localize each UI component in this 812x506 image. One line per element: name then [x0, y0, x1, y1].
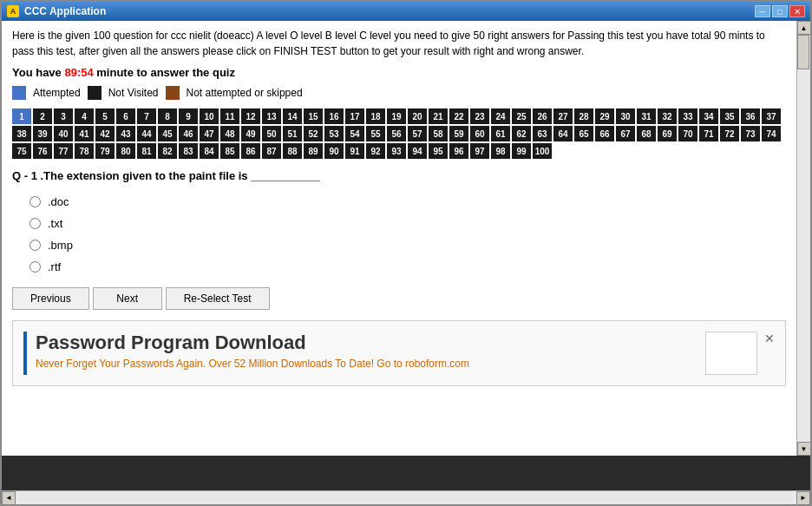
question-number-67[interactable]: 67 — [616, 126, 635, 141]
question-number-72[interactable]: 72 — [720, 126, 739, 141]
close-button[interactable]: ✕ — [789, 5, 805, 17]
question-number-29[interactable]: 29 — [595, 108, 614, 124]
question-number-78[interactable]: 78 — [75, 143, 94, 159]
previous-button[interactable]: Previous — [12, 287, 89, 310]
question-number-79[interactable]: 79 — [95, 143, 115, 159]
maximize-button[interactable]: □ — [772, 5, 788, 17]
question-number-35[interactable]: 35 — [720, 108, 739, 124]
question-number-11[interactable]: 11 — [220, 108, 239, 124]
question-number-36[interactable]: 36 — [741, 108, 760, 124]
scroll-track[interactable] — [797, 35, 810, 442]
question-number-1[interactable]: 1 — [12, 108, 31, 124]
question-number-8[interactable]: 8 — [158, 108, 177, 124]
question-number-88[interactable]: 88 — [283, 143, 302, 159]
question-number-40[interactable]: 40 — [54, 126, 73, 141]
option-radio-doc[interactable] — [29, 196, 41, 207]
question-number-20[interactable]: 20 — [408, 108, 427, 124]
question-number-53[interactable]: 53 — [324, 126, 344, 141]
question-number-58[interactable]: 58 — [429, 126, 448, 141]
question-number-10[interactable]: 10 — [200, 108, 219, 124]
question-number-4[interactable]: 4 — [75, 108, 94, 124]
question-number-30[interactable]: 30 — [616, 108, 635, 124]
question-number-47[interactable]: 47 — [200, 126, 219, 141]
question-number-70[interactable]: 70 — [678, 126, 697, 141]
next-button[interactable]: Next — [93, 287, 162, 310]
question-number-95[interactable]: 95 — [429, 143, 448, 159]
question-number-23[interactable]: 23 — [470, 108, 489, 124]
question-number-60[interactable]: 60 — [470, 126, 489, 141]
question-number-57[interactable]: 57 — [408, 126, 427, 141]
question-number-56[interactable]: 56 — [387, 126, 406, 141]
question-number-6[interactable]: 6 — [116, 108, 135, 124]
question-number-46[interactable]: 46 — [179, 126, 198, 141]
question-number-43[interactable]: 43 — [116, 126, 135, 141]
question-number-37[interactable]: 37 — [762, 108, 781, 124]
scroll-left-button[interactable]: ◄ — [2, 491, 16, 505]
question-number-82[interactable]: 82 — [158, 143, 177, 159]
question-number-26[interactable]: 26 — [533, 108, 552, 124]
question-number-73[interactable]: 73 — [741, 126, 760, 141]
question-number-81[interactable]: 81 — [137, 143, 156, 159]
question-number-77[interactable]: 77 — [54, 143, 73, 159]
question-number-28[interactable]: 28 — [574, 108, 593, 124]
question-number-64[interactable]: 64 — [553, 126, 573, 141]
question-number-98[interactable]: 98 — [491, 143, 510, 159]
question-number-9[interactable]: 9 — [179, 108, 198, 124]
question-number-91[interactable]: 91 — [345, 143, 364, 159]
question-number-7[interactable]: 7 — [137, 108, 156, 124]
question-number-31[interactable]: 31 — [637, 108, 656, 124]
question-number-32[interactable]: 32 — [658, 108, 677, 124]
question-number-92[interactable]: 92 — [366, 143, 385, 159]
question-number-61[interactable]: 61 — [491, 126, 510, 141]
question-number-85[interactable]: 85 — [220, 143, 239, 159]
question-number-84[interactable]: 84 — [200, 143, 219, 159]
question-number-74[interactable]: 74 — [762, 126, 781, 141]
question-number-14[interactable]: 14 — [283, 108, 302, 124]
question-number-71[interactable]: 71 — [699, 126, 718, 141]
question-number-54[interactable]: 54 — [345, 126, 364, 141]
question-number-87[interactable]: 87 — [262, 143, 281, 159]
question-number-38[interactable]: 38 — [12, 126, 31, 141]
question-number-50[interactable]: 50 — [262, 126, 281, 141]
question-number-5[interactable]: 5 — [95, 108, 115, 124]
question-number-45[interactable]: 45 — [158, 126, 177, 141]
scroll-down-button[interactable]: ▼ — [797, 442, 811, 456]
question-number-99[interactable]: 99 — [512, 143, 531, 159]
question-number-89[interactable]: 89 — [304, 143, 323, 159]
scroll-thumb[interactable] — [797, 35, 809, 69]
question-number-76[interactable]: 76 — [33, 143, 52, 159]
question-number-86[interactable]: 86 — [241, 143, 260, 159]
question-number-19[interactable]: 19 — [387, 108, 406, 124]
scroll-up-button[interactable]: ▲ — [797, 21, 811, 35]
question-number-27[interactable]: 27 — [553, 108, 573, 124]
question-number-93[interactable]: 93 — [387, 143, 406, 159]
question-number-17[interactable]: 17 — [345, 108, 364, 124]
option-radio-txt[interactable] — [29, 218, 41, 229]
question-number-21[interactable]: 21 — [429, 108, 448, 124]
question-number-34[interactable]: 34 — [699, 108, 718, 124]
minimize-button[interactable]: ─ — [755, 5, 770, 17]
question-number-55[interactable]: 55 — [366, 126, 385, 141]
reselect-button[interactable]: Re-Select Test — [166, 287, 270, 310]
question-number-24[interactable]: 24 — [491, 108, 510, 124]
question-number-39[interactable]: 39 — [33, 126, 52, 141]
question-number-12[interactable]: 12 — [241, 108, 260, 124]
question-number-62[interactable]: 62 — [512, 126, 531, 141]
question-number-33[interactable]: 33 — [678, 108, 697, 124]
question-number-90[interactable]: 90 — [324, 143, 344, 159]
question-number-15[interactable]: 15 — [304, 108, 323, 124]
question-number-2[interactable]: 2 — [33, 108, 52, 124]
question-number-94[interactable]: 94 — [408, 143, 427, 159]
question-number-22[interactable]: 22 — [449, 108, 468, 124]
question-number-66[interactable]: 66 — [595, 126, 614, 141]
question-number-65[interactable]: 65 — [574, 126, 593, 141]
question-number-3[interactable]: 3 — [54, 108, 73, 124]
question-number-69[interactable]: 69 — [658, 126, 677, 141]
question-number-49[interactable]: 49 — [241, 126, 260, 141]
option-radio-rtf[interactable] — [29, 261, 41, 273]
question-number-18[interactable]: 18 — [366, 108, 385, 124]
scroll-right-button[interactable]: ► — [796, 491, 810, 505]
question-number-42[interactable]: 42 — [95, 126, 115, 141]
ad-close-button[interactable]: ✕ — [764, 332, 775, 345]
question-number-16[interactable]: 16 — [324, 108, 344, 124]
